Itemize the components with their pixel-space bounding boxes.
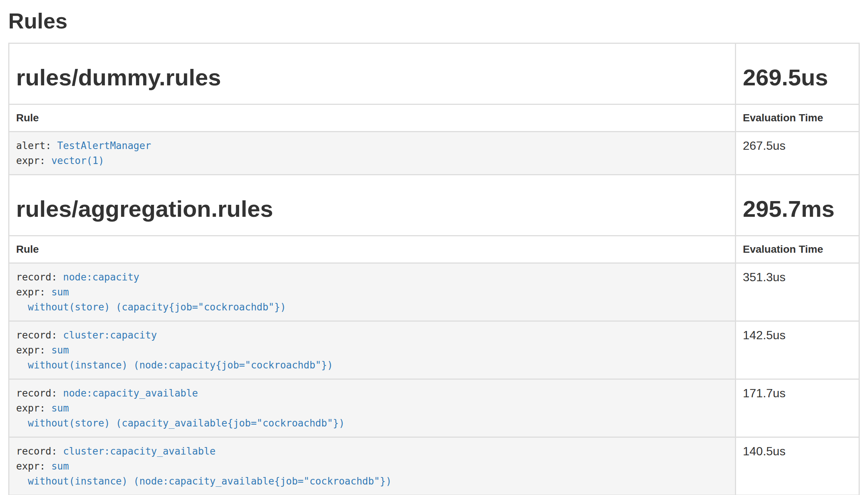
rule-evaluation-time: 351.3us xyxy=(736,263,859,321)
column-header-evaluation-time: Evaluation Time xyxy=(736,236,859,263)
rule-definition-cell: record: cluster:capacity_available expr:… xyxy=(9,437,736,495)
rule-name-link[interactable]: node:capacity_available xyxy=(63,388,198,399)
expr-keyword: expr: xyxy=(16,286,51,298)
rule-definition: alert: TestAlertManager expr: vector(1) xyxy=(9,132,735,174)
rule-group-file-cell: rules/dummy.rules xyxy=(9,43,736,104)
column-header-evaluation-time: Evaluation Time xyxy=(736,104,859,132)
column-header-rule: Rule xyxy=(9,236,736,263)
rule-group-total-time: 269.5us xyxy=(743,64,852,91)
rule-evaluation-time: 267.5us xyxy=(736,132,859,175)
rule-definition: record: node:capacity expr: sum without(… xyxy=(9,264,735,321)
rule-definition-cell: alert: TestAlertManager expr: vector(1) xyxy=(9,132,736,175)
rule-name-link[interactable]: node:capacity xyxy=(63,271,139,283)
rule-keyword: record: xyxy=(16,388,63,399)
rule-group-header-row: rules/dummy.rules 269.5us xyxy=(9,43,859,104)
rule-group-file-name: rules/dummy.rules xyxy=(16,64,728,91)
expr-keyword: expr: xyxy=(16,344,51,356)
rule-keyword: record: xyxy=(16,271,63,283)
rule-evaluation-time: 171.7us xyxy=(736,379,859,437)
column-header-row: Rule Evaluation Time xyxy=(9,104,859,132)
rule-row: alert: TestAlertManager expr: vector(1) … xyxy=(9,132,859,175)
rule-expr-link[interactable]: sum without(instance) (node:capacity_ava… xyxy=(16,461,392,487)
rule-group-total-time-cell: 269.5us xyxy=(736,43,859,104)
rule-name-link[interactable]: TestAlertManager xyxy=(57,140,151,151)
rule-definition: record: cluster:capacity expr: sum witho… xyxy=(9,322,735,379)
rule-keyword: alert: xyxy=(16,140,57,151)
rule-group-file-cell: rules/aggregation.rules xyxy=(9,175,736,236)
rule-expr-link[interactable]: sum without(store) (capacity{job="cockro… xyxy=(16,286,286,313)
rule-group-file-name: rules/aggregation.rules xyxy=(16,195,728,222)
rule-expr-link[interactable]: sum without(instance) (node:capacity{job… xyxy=(16,344,333,371)
expr-keyword: expr: xyxy=(16,155,51,166)
rule-keyword: record: xyxy=(16,446,63,457)
rule-definition-cell: record: node:capacity expr: sum without(… xyxy=(9,263,736,321)
rule-definition-cell: record: cluster:capacity expr: sum witho… xyxy=(9,321,736,379)
rule-row: record: cluster:capacity expr: sum witho… xyxy=(9,321,859,379)
rule-expr-link[interactable]: vector(1) xyxy=(51,155,104,166)
rule-row: record: node:capacity expr: sum without(… xyxy=(9,263,859,321)
rule-group-total-time-cell: 295.7ms xyxy=(736,175,859,236)
rule-evaluation-time: 142.5us xyxy=(736,321,859,379)
expr-keyword: expr: xyxy=(16,461,51,472)
rule-group-header-row: rules/aggregation.rules 295.7ms xyxy=(9,175,859,236)
rule-definition-cell: record: node:capacity_available expr: su… xyxy=(9,379,736,437)
expr-keyword: expr: xyxy=(16,403,51,414)
rule-group-total-time: 295.7ms xyxy=(743,195,852,222)
page-title: Rules xyxy=(8,9,860,33)
rule-expr-link[interactable]: sum without(store) (capacity_available{j… xyxy=(16,403,345,429)
rule-keyword: record: xyxy=(16,330,63,341)
rule-row: record: node:capacity_available expr: su… xyxy=(9,379,859,437)
column-header-rule: Rule xyxy=(9,104,736,132)
rule-name-link[interactable]: cluster:capacity_available xyxy=(63,446,216,457)
rules-table: rules/dummy.rules 269.5us Rule Evaluatio… xyxy=(8,43,860,495)
rule-definition: record: node:capacity_available expr: su… xyxy=(9,380,735,437)
column-header-row: Rule Evaluation Time xyxy=(9,236,859,263)
rules-page: Rules rules/dummy.rules 269.5us Rule Eva… xyxy=(0,9,868,495)
rule-row: record: cluster:capacity_available expr:… xyxy=(9,437,859,495)
rule-evaluation-time: 140.5us xyxy=(736,437,859,495)
rule-name-link[interactable]: cluster:capacity xyxy=(63,330,157,341)
rule-definition: record: cluster:capacity_available expr:… xyxy=(9,438,735,495)
